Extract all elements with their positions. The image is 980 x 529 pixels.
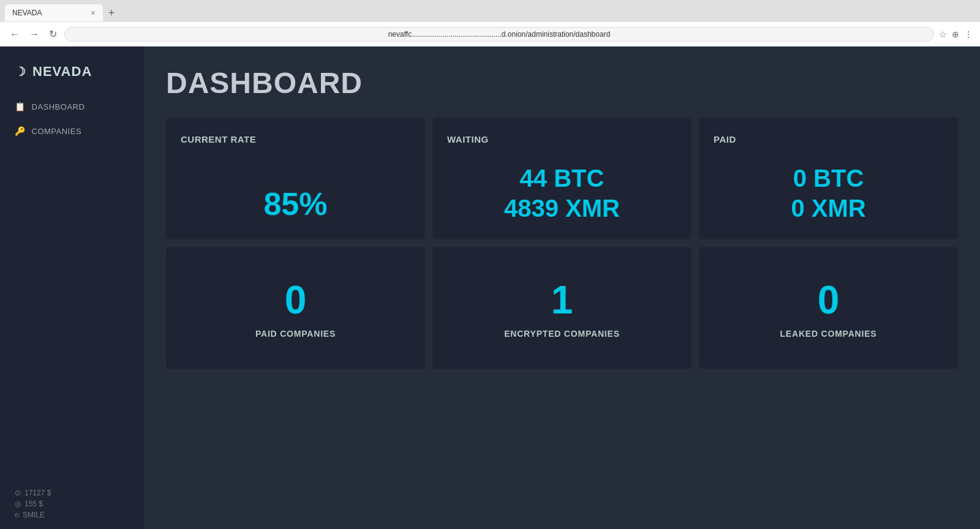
sidebar-item-companies-label: COMPANIES [32, 127, 82, 136]
leaked-companies-number: 0 [818, 277, 840, 323]
leaked-companies-card: 0 LEAKED COMPANIES [699, 247, 958, 369]
logo-text: NEVADA [32, 64, 92, 80]
waiting-btc: 44 BTC [520, 165, 605, 192]
footer-row-xmr: ◎ 155 $ [15, 500, 129, 508]
leaked-companies-label: LEAKED COMPANIES [780, 329, 877, 339]
waiting-values: 44 BTC 4839 XMR [447, 165, 677, 222]
encrypted-companies-label: ENCRYPTED COMPANIES [504, 329, 620, 339]
address-icons: ☆ ⊕ ⋮ [939, 29, 973, 39]
sidebar-item-dashboard-label: DASHBOARD [32, 102, 85, 111]
smile-icon: ⎋ [15, 511, 19, 519]
paid-btc: 0 BTC [793, 165, 864, 192]
paid-xmr: 0 XMR [791, 195, 865, 222]
xmr-value: 155 $ [24, 500, 43, 508]
sidebar-nav: 📋 DASHBOARD 🔑 COMPANIES [0, 94, 144, 479]
smile-label: SMILE [23, 511, 45, 519]
address-bar: ← → ↻ nevaffc...........................… [0, 22, 980, 47]
companies-icon: 🔑 [15, 126, 26, 136]
tab-bar: NEVADA × + [0, 0, 980, 22]
footer-row-smile: ⎋ SMILE [15, 511, 129, 519]
star-icon[interactable]: ☆ [939, 29, 947, 39]
footer-row-btc: ⊙ 17127 $ [15, 489, 129, 497]
sidebar-item-companies[interactable]: 🔑 COMPANIES [0, 119, 144, 143]
main-content: DASHBOARD CURRENT RATE 85% WAITING 44 BT… [144, 47, 980, 529]
encrypted-companies-number: 1 [551, 277, 573, 323]
sidebar-logo: ☽ NEVADA [0, 47, 144, 94]
paid-companies-label: PAID COMPANIES [255, 329, 336, 339]
tab-close-button[interactable]: × [91, 8, 96, 18]
xmr-icon: ◎ [15, 500, 21, 508]
sidebar: ☽ NEVADA 📋 DASHBOARD 🔑 COMPANIES ⊙ 17127… [0, 47, 144, 529]
btc-value: 17127 $ [24, 489, 51, 497]
current-rate-label: CURRENT RATE [181, 134, 256, 144]
current-rate-value: 85% [181, 186, 410, 222]
dashboard-icon: 📋 [15, 102, 26, 111]
forward-button[interactable]: → [27, 28, 42, 41]
waiting-xmr: 4839 XMR [504, 195, 620, 222]
sidebar-item-dashboard[interactable]: 📋 DASHBOARD [0, 94, 144, 119]
btc-icon: ⊙ [15, 489, 21, 497]
tab-title: NEVADA [12, 9, 42, 17]
paid-label: PAID [714, 134, 736, 144]
cards-grid-row2: 0 PAID COMPANIES 1 ENCRYPTED COMPANIES 0… [166, 247, 958, 369]
refresh-button[interactable]: ↻ [47, 27, 59, 41]
address-input[interactable]: nevaffc.................................… [64, 27, 934, 42]
active-tab[interactable]: NEVADA × [5, 4, 103, 21]
sidebar-footer: ⊙ 17127 $ ◎ 155 $ ⎋ SMILE [0, 479, 144, 529]
page-title: DASHBOARD [166, 66, 958, 100]
browser-chrome: NEVADA × + ← → ↻ nevaffc................… [0, 0, 980, 47]
current-rate-card: CURRENT RATE 85% [166, 117, 425, 239]
encrypted-companies-card: 1 ENCRYPTED COMPANIES [432, 247, 692, 369]
paid-companies-card: 0 PAID COMPANIES [166, 247, 425, 369]
paid-companies-number: 0 [285, 277, 307, 323]
new-tab-button[interactable]: + [103, 4, 120, 21]
waiting-label: WAITING [447, 134, 489, 144]
moon-icon: ☽ [15, 64, 26, 79]
paid-values: 0 BTC 0 XMR [714, 165, 943, 222]
shield-icon: ⊕ [952, 29, 959, 39]
paid-card: PAID 0 BTC 0 XMR [699, 117, 958, 239]
waiting-card: WAITING 44 BTC 4839 XMR [432, 117, 692, 239]
back-button[interactable]: ← [7, 28, 22, 41]
app-container: ☽ NEVADA 📋 DASHBOARD 🔑 COMPANIES ⊙ 17127… [0, 47, 980, 529]
cards-grid-row1: CURRENT RATE 85% WAITING 44 BTC 4839 XMR… [166, 117, 958, 239]
menu-icon[interactable]: ⋮ [964, 29, 973, 39]
